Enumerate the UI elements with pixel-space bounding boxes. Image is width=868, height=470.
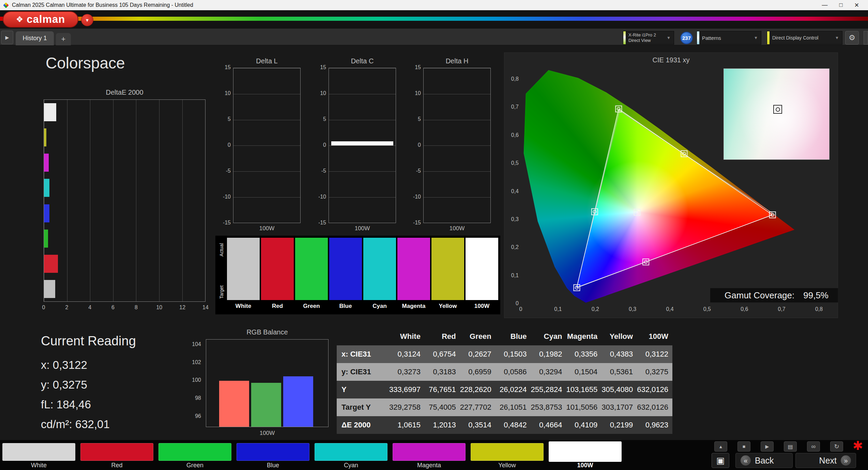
collapse-button[interactable]: ▲	[714, 441, 727, 452]
deltae-bar-cyan	[44, 179, 49, 197]
axis-tick-label: 0,7	[505, 104, 519, 110]
history-panel-toggle[interactable]: ▶	[1, 31, 13, 44]
axis-tick-label: -15	[402, 220, 421, 226]
back-chevron-icon: «	[741, 455, 751, 466]
close-button[interactable]: ✕	[854, 2, 859, 9]
table-cell: 305,4080	[601, 381, 637, 398]
link-button[interactable]: ∞	[807, 441, 820, 452]
table-cell: 333,6997	[389, 381, 425, 398]
deltae-bar-row	[44, 230, 205, 248]
display-control-label: Direct Display Control	[770, 35, 818, 41]
deltae-bar-magenta	[44, 154, 49, 172]
table-cell: 0,3122	[637, 345, 672, 363]
axis-tick-label: 0,2	[592, 306, 599, 312]
patterns-dropdown[interactable]: Patterns ▼	[697, 31, 761, 45]
pattern-button-100w[interactable]: 100W	[548, 440, 622, 470]
gamut-coverage-value: 99,5%	[803, 290, 828, 301]
pattern-button-green[interactable]: Green	[158, 440, 232, 470]
logo-menu-button[interactable]: ▼	[81, 14, 93, 26]
table-row: y: CIE310,32730,31830,69590,05860,32940,…	[337, 363, 672, 381]
axis-tick-label: 6	[111, 304, 115, 311]
maximize-button[interactable]: □	[839, 2, 842, 9]
pattern-button-magenta[interactable]: Magenta	[392, 440, 466, 470]
axis-tick-label: 0,4	[666, 306, 673, 312]
titlebar: Calman 2025 Calman Ultimate for Business…	[0, 0, 868, 10]
delta-chart-x-label: 100W	[423, 225, 491, 232]
axis-tick-label: 0,3	[629, 306, 636, 312]
swatch-white	[227, 238, 260, 300]
axis-tick-label: 0,1	[554, 306, 562, 312]
calman-logo[interactable]: ❖ calman	[3, 11, 78, 28]
axis-tick-label: 15	[212, 64, 231, 70]
chevron-down-icon: ▼	[85, 18, 90, 23]
tab-history-1[interactable]: History 1	[16, 31, 54, 45]
pattern-button-label: Red	[80, 462, 154, 469]
table-row-label: y: CIE31	[337, 363, 389, 381]
pattern-button-yellow[interactable]: Yellow	[470, 440, 544, 470]
deltae-bar-red	[44, 255, 58, 273]
rgb-bar-red	[219, 381, 249, 427]
page-title: Colorspace	[46, 54, 125, 72]
pattern-button-red[interactable]: Red	[80, 440, 154, 470]
axis-tick-label: 102	[183, 359, 201, 365]
delta-chart-title: Delta C	[329, 57, 396, 65]
table-cell: 0,9623	[637, 416, 672, 434]
meter-dropdown[interactable]: X-Rite i1Pro 2 Direct View ▼	[623, 31, 674, 45]
axis-tick-label: 0,6	[505, 132, 519, 138]
stop-button[interactable]: ■	[737, 441, 750, 452]
pattern-swatch	[471, 443, 544, 461]
edge-partial-button[interactable]	[864, 31, 868, 45]
meter-count-badge[interactable]: 237	[680, 32, 693, 44]
pattern-buttons: WhiteRedGreenBlueCyanMagentaYellow100W	[2, 440, 622, 470]
display-control-dropdown[interactable]: Direct Display Control ▼	[767, 31, 842, 45]
inset-white-point-marker	[773, 105, 782, 114]
save-button[interactable]: ▤	[784, 441, 797, 452]
table-cell: 75,4005	[425, 398, 460, 416]
swatch-yellow	[431, 238, 464, 300]
deltae-bar-row	[44, 128, 205, 146]
alert-asterisk-icon[interactable]: ✱	[853, 439, 863, 453]
axis-tick-label: 2	[65, 304, 68, 311]
table-cell: 0,3275	[637, 363, 672, 381]
table-column-header: Green	[460, 328, 496, 345]
axis-tick-label: 96	[183, 413, 201, 419]
pattern-button-white[interactable]: White	[2, 440, 76, 470]
axis-tick-label: 0,2	[505, 244, 519, 250]
window-pattern-icon: ▣	[716, 455, 725, 466]
table-cell: 253,8753	[531, 398, 566, 416]
pattern-button-label: Yellow	[470, 462, 544, 469]
table-cell: 0,1982	[531, 345, 566, 363]
cie-zoom-inset	[724, 68, 829, 160]
deltae-x-axis: 02468101214	[44, 304, 205, 313]
settings-button[interactable]: ⚙	[845, 31, 859, 45]
cie-chart-title: CIE 1931 xy	[504, 56, 838, 64]
minimize-button[interactable]: —	[822, 2, 827, 9]
chevron-down-icon: ▼	[751, 35, 761, 40]
pattern-swatch	[2, 443, 75, 461]
axis-tick-label: -15	[308, 220, 326, 226]
axis-tick-label: -15	[212, 220, 231, 226]
refresh-button[interactable]: ↻	[830, 441, 843, 452]
deltae-bar-row	[44, 179, 205, 197]
pattern-button-cyan[interactable]: Cyan	[314, 440, 388, 470]
pattern-swatch	[315, 443, 387, 461]
table-row-label: Y	[337, 381, 389, 398]
table-cell: 0,3514	[460, 416, 496, 434]
swatch-column: Green	[295, 238, 328, 312]
axis-tick-label: -5	[308, 168, 326, 174]
axis-tick-label: 0,8	[505, 76, 519, 82]
swatch-magenta	[397, 238, 430, 300]
tab-bar: ▶ History 1 + X-Rite i1Pro 2 Direct View…	[0, 29, 868, 45]
next-button[interactable]: Next »	[795, 453, 856, 468]
add-tab-button[interactable]: +	[56, 33, 71, 45]
back-button[interactable]: « Back	[735, 453, 793, 468]
swatch-column: Red	[261, 238, 294, 312]
window-pattern-button[interactable]: ▣	[712, 453, 729, 468]
swatch-blue	[329, 238, 362, 300]
play-button[interactable]: ▶	[761, 441, 774, 452]
measurement-table: WhiteRedGreenBlueCyanMagentaYellow100W x…	[337, 328, 672, 434]
table-column-header: White	[389, 328, 425, 345]
pattern-button-label: Cyan	[314, 462, 388, 469]
axis-tick-label: 10	[156, 304, 162, 311]
pattern-button-blue[interactable]: Blue	[236, 440, 310, 470]
